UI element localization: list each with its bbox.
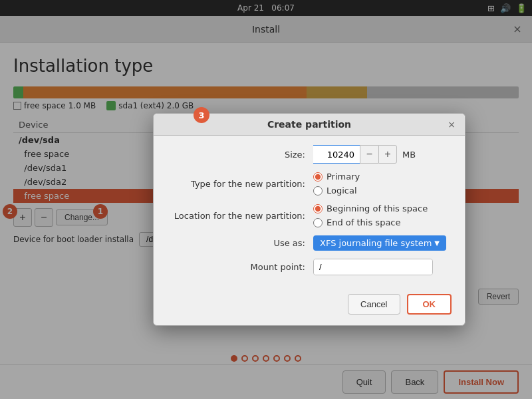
dialog-body: Size: 10240 − + MB Type for the new part… xyxy=(154,136,465,289)
location-beginning-radio[interactable] xyxy=(313,204,323,213)
type-logical-label: Logical xyxy=(327,186,357,196)
location-radio-group: Beginning of this space End of this spac… xyxy=(313,203,428,227)
size-display: 10240 xyxy=(313,145,360,164)
mount-input-wrapper: ▼ xyxy=(313,259,433,275)
location-beginning-option[interactable]: Beginning of this space xyxy=(313,203,428,213)
create-partition-dialog: 3 Create partition × Size: 10240 − + MB … xyxy=(153,113,466,326)
location-end-label: End of this space xyxy=(327,217,401,227)
use-as-row: Use as: XFS journaling file system ▼ xyxy=(167,235,452,251)
size-label: Size: xyxy=(167,150,313,160)
use-as-value: XFS journaling file system xyxy=(320,238,432,248)
type-primary-radio[interactable] xyxy=(313,172,323,182)
dialog-close-button[interactable]: × xyxy=(445,118,458,131)
size-unit: MB xyxy=(402,150,416,160)
use-as-label: Use as: xyxy=(167,238,313,248)
size-row: Size: 10240 − + MB xyxy=(167,145,452,164)
size-decrease-button[interactable]: − xyxy=(360,145,378,164)
type-label: Type for the new partition: xyxy=(167,179,313,189)
use-as-arrow-icon: ▼ xyxy=(434,239,440,247)
badge-3: 3 xyxy=(194,107,209,123)
dialog-buttons: Cancel OK xyxy=(154,294,465,315)
dialog-title: Create partition xyxy=(267,119,351,130)
size-increase-button[interactable]: + xyxy=(378,145,397,164)
type-primary-option[interactable]: Primary xyxy=(313,172,360,182)
location-row: Location for the new partition: Beginnin… xyxy=(167,203,452,227)
size-number: 10240 xyxy=(327,150,354,160)
location-end-radio[interactable] xyxy=(313,218,323,227)
dialog-cancel-button[interactable]: Cancel xyxy=(348,294,400,315)
use-as-dropdown[interactable]: XFS journaling file system ▼ xyxy=(313,235,446,251)
mount-point-row: Mount point: ▼ xyxy=(167,259,452,275)
type-logical-option[interactable]: Logical xyxy=(313,186,360,196)
dialog-ok-button[interactable]: OK xyxy=(407,294,452,315)
size-controls: 10240 − + MB xyxy=(313,145,452,164)
location-beginning-label: Beginning of this space xyxy=(327,203,428,213)
mount-label: Mount point: xyxy=(167,262,313,272)
location-label: Location for the new partition: xyxy=(167,211,313,221)
partition-type-row: Type for the new partition: Primary Logi… xyxy=(167,172,452,196)
type-radio-group: Primary Logical xyxy=(313,172,360,196)
type-logical-radio[interactable] xyxy=(313,186,323,196)
location-end-option[interactable]: End of this space xyxy=(313,217,428,227)
mount-point-input[interactable] xyxy=(314,259,433,275)
type-primary-label: Primary xyxy=(327,172,360,182)
